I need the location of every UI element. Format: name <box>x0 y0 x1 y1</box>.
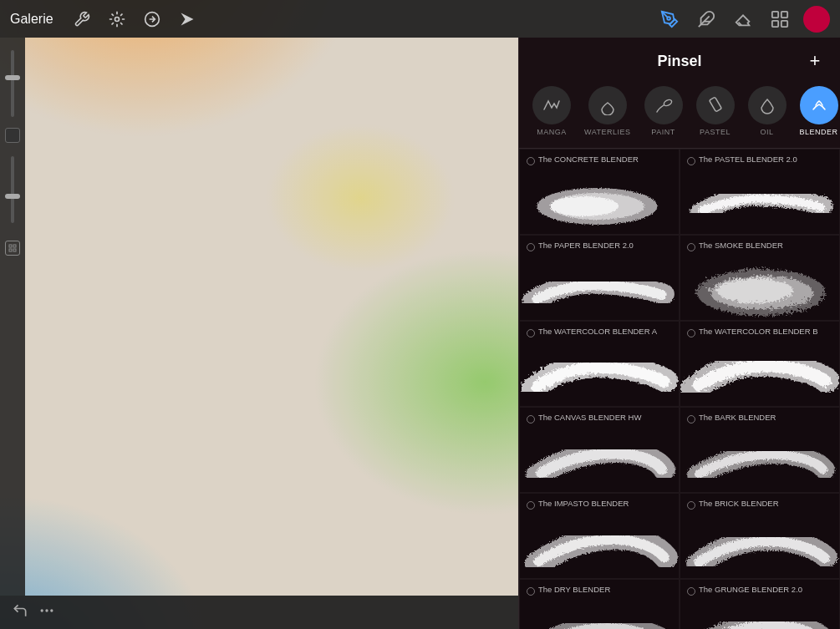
left-sidebar <box>0 38 25 596</box>
action-button[interactable] <box>38 602 55 623</box>
add-brush-button[interactable]: + <box>803 49 827 73</box>
letter-s-button[interactable] <box>139 6 165 33</box>
brush-item-brick[interactable]: The BRICK BLENDER <box>680 493 840 579</box>
brush-panel: Pinsel + MANGA WATERLIES <box>518 38 840 629</box>
wrench-button[interactable] <box>69 6 95 33</box>
brush-select-dot-wa <box>527 329 535 337</box>
user-avatar[interactable] <box>803 6 830 33</box>
brush-select-dot-paper <box>527 243 535 251</box>
brush-select-dot-grunge <box>687 587 695 596</box>
layers-button[interactable] <box>766 6 793 33</box>
svg-rect-17 <box>9 245 12 247</box>
brush-item-dry[interactable]: The DRY BLENDER <box>519 579 680 629</box>
paint-icon-circle <box>644 86 683 124</box>
brush-item-concrete[interactable]: The CONCRETE BLENDER <box>519 149 680 235</box>
svg-point-31 <box>715 276 792 302</box>
tab-oil[interactable]: OIL <box>741 83 793 139</box>
waterlies-icon-circle <box>588 86 627 124</box>
brush-list: The CONCRETE BLENDER <box>519 149 840 629</box>
brush-item-canvas[interactable]: The CANVAS BLENDER HW <box>519 407 680 493</box>
nav-button[interactable] <box>174 6 201 33</box>
brush-item-bark[interactable]: The BARK BLENDER <box>680 407 840 493</box>
brush-name-canvas: The CANVAS BLENDER HW <box>538 413 641 422</box>
svg-point-24 <box>663 99 673 107</box>
svg-rect-14 <box>781 11 787 17</box>
app-title: Galerie <box>10 12 53 27</box>
manga-icon-circle <box>532 86 571 124</box>
brush-select-dot-brick <box>687 501 695 510</box>
cursor-button[interactable] <box>104 6 130 33</box>
brush-item-grunge[interactable]: The GRUNGE BLENDER 2.0 <box>680 579 840 629</box>
brush-select-dot-impasto <box>527 501 535 510</box>
brush-preview-smoke <box>680 249 839 320</box>
opacity-thumb[interactable] <box>5 75 20 80</box>
toolbar-left: Galerie <box>10 6 201 33</box>
brush-select-dot-wb <box>687 329 695 337</box>
brush-name-brick: The BRICK BLENDER <box>699 499 779 508</box>
brush-item-smoke[interactable]: The SMOKE BLENDER <box>680 235 840 321</box>
eraser-tool-button[interactable] <box>730 6 756 33</box>
brush-item-pastel[interactable]: The PASTEL BLENDER 2.0 <box>680 149 840 235</box>
opacity-slider[interactable] <box>11 50 14 117</box>
brush-preview-impasto <box>520 507 679 578</box>
tab-pastel[interactable]: PASTEL <box>690 83 741 139</box>
svg-rect-13 <box>772 11 778 17</box>
svg-point-28 <box>550 196 619 216</box>
blender-label: BLENDER <box>800 128 838 136</box>
panel-header: Pinsel + <box>519 38 840 79</box>
brush-preview-pastel <box>680 163 839 234</box>
svg-point-23 <box>41 610 43 611</box>
brush-select-dot-smoke <box>687 243 695 251</box>
category-tabs: MANGA WATERLIES PAINT <box>519 79 840 149</box>
manga-label: MANGA <box>537 128 567 136</box>
brush-name-smoke: The SMOKE BLENDER <box>699 241 783 250</box>
brush-name-dry: The DRY BLENDER <box>538 585 610 594</box>
tab-blender[interactable]: BLENDER <box>793 83 840 139</box>
svg-rect-25 <box>709 97 721 112</box>
svg-rect-20 <box>13 249 16 251</box>
brush-preview-wb <box>680 335 839 406</box>
pastel-icon-circle <box>696 86 735 124</box>
svg-point-21 <box>46 610 48 611</box>
brush-item-watercolor-b[interactable]: The WATERCOLOR BLENDER B <box>680 321 840 407</box>
brush-preview-brick <box>680 507 839 578</box>
brush-select-dot-concrete <box>527 157 535 165</box>
size-thumb[interactable] <box>5 194 20 199</box>
svg-point-10 <box>667 17 670 20</box>
panel-title: Pinsel <box>556 53 803 70</box>
brush-name-bark: The BARK BLENDER <box>699 413 776 422</box>
brush-name-concrete: The CONCRETE BLENDER <box>538 155 639 164</box>
waterlies-label: WATERLIES <box>584 128 631 136</box>
svg-rect-15 <box>772 20 778 26</box>
brush-preview-wa <box>520 335 679 406</box>
brush-name-paper: The PAPER BLENDER 2.0 <box>538 241 634 250</box>
brush-select-dot-dry <box>527 587 535 596</box>
size-slider[interactable] <box>11 156 14 223</box>
tab-paint[interactable]: PAINT <box>638 83 690 139</box>
svg-marker-9 <box>181 13 193 25</box>
brush-name-wb: The WATERCOLOR BLENDER B <box>699 327 818 336</box>
brush-select-dot-bark <box>687 415 695 424</box>
oil-icon-circle <box>748 86 787 124</box>
brush-preview-grunge <box>680 593 839 629</box>
pencil-tool-button[interactable] <box>656 6 683 33</box>
grid-icon[interactable] <box>5 241 20 256</box>
undo-button[interactable] <box>12 602 28 623</box>
top-toolbar: Galerie <box>0 0 840 38</box>
tab-manga[interactable]: MANGA <box>526 83 578 139</box>
smudge-tool-button[interactable] <box>693 6 720 33</box>
color-swatch-dark[interactable] <box>5 128 20 143</box>
brush-item-paper[interactable]: The PAPER BLENDER 2.0 <box>519 235 680 321</box>
brush-preview-concrete <box>520 163 679 234</box>
brush-name-impasto: The IMPASTO BLENDER <box>538 499 629 508</box>
tab-waterlies[interactable]: WATERLIES <box>578 83 638 139</box>
blender-icon-circle <box>800 86 838 124</box>
brush-preview-bark <box>680 421 839 492</box>
brush-item-watercolor-a[interactable]: The WATERCOLOR BLENDER A <box>519 321 680 407</box>
brush-preview-dry <box>520 593 679 629</box>
toolbar-right <box>656 6 830 33</box>
brush-select-dot-pastel <box>687 157 695 165</box>
brush-preview-paper <box>520 249 679 320</box>
brush-preview-canvas <box>520 421 679 492</box>
brush-item-impasto[interactable]: The IMPASTO BLENDER <box>519 493 680 579</box>
